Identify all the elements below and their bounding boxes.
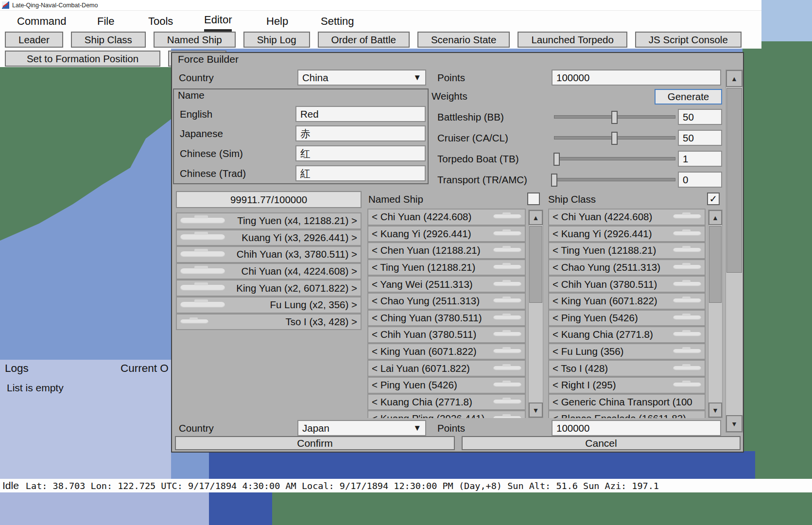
ship-class-row[interactable]: < Kuang Chia (2771.8) [548, 326, 706, 343]
fleet-row[interactable]: Chih Yuan (x3, 3780.511) > [176, 246, 362, 263]
leader-button[interactable]: Leader [5, 32, 63, 48]
transport-weight-input[interactable] [678, 172, 722, 188]
fleet-row[interactable]: Chi Yuan (x4, 4224.608) > [176, 263, 362, 280]
country-dropdown-bottom[interactable]: Japan ▼ [297, 420, 426, 436]
named-ship-row[interactable]: < Ting Yuen (12188.21) [367, 259, 526, 276]
logs-label: Logs [5, 362, 29, 375]
ship-class-row[interactable]: < Fu Lung (356) [548, 343, 706, 360]
menu-item-command[interactable]: Command [17, 11, 66, 32]
scroll-thumb[interactable] [726, 88, 742, 273]
named-ship-row[interactable]: < Lai Yuan (6071.822) [367, 360, 526, 377]
title-bar[interactable]: Late-Qing-Naval-Combat-Demo [0, 0, 761, 11]
ship-silhouette-icon [180, 319, 208, 324]
chevron-down-icon: ▼ [413, 73, 421, 83]
cancel-button[interactable]: Cancel [462, 436, 741, 450]
launched-torpedo-button[interactable]: Launched Torpedo [518, 32, 627, 48]
ship-class-row[interactable]: < Tso I (428) [548, 360, 706, 377]
transport-slider[interactable] [554, 178, 675, 181]
battleship-weight-input[interactable] [678, 109, 722, 125]
slider-handle[interactable] [553, 153, 560, 166]
named-ship-row[interactable]: < Chi Yuan (4224.608) [367, 209, 526, 226]
slider-handle[interactable] [551, 174, 557, 187]
scenario-state-button[interactable]: Scenario State [417, 32, 510, 48]
scroll-up-icon[interactable]: ▲ [726, 70, 743, 87]
generate-button[interactable]: Generate [655, 89, 722, 105]
named-ship-row[interactable]: < Kuang Chia (2771.8) [367, 394, 526, 411]
menu-item-tools[interactable]: Tools [148, 11, 173, 32]
ship-silhouette-icon [180, 218, 225, 224]
points-label-bottom: Points [437, 420, 465, 436]
transport-label: Transport (TR/AMC) [437, 172, 527, 188]
ship-class-row[interactable]: < Generic China Transport (100 [548, 394, 706, 411]
budget-display: 99911.77/100000 [176, 191, 362, 208]
dialog-scrollbar[interactable]: ▲ ▼ [726, 70, 743, 433]
named-ship-row[interactable]: < Chih Yuan (3780.511) [367, 326, 526, 343]
named-ship-row[interactable]: < Ping Yuen (5426) [367, 377, 526, 394]
set-to-formation-position-button[interactable]: Set to Formation Position [5, 51, 160, 67]
slider-handle[interactable] [611, 111, 618, 124]
scroll-down-icon[interactable]: ▼ [708, 402, 722, 418]
ship-class-button[interactable]: Ship Class [71, 32, 146, 48]
battleship-slider-row: Battleship (BB) [172, 109, 724, 125]
scroll-up-icon[interactable]: ▲ [708, 210, 722, 225]
ship-class-scrollbar[interactable]: ▲ ▼ [708, 210, 723, 418]
logs-panel: Logs Current O List is empty [0, 360, 171, 479]
named-ship-scrollbar[interactable]: ▲ ▼ [528, 210, 543, 418]
named-ship-row[interactable]: < Chen Yuan (12188.21) [367, 242, 526, 259]
ship-class-row[interactable]: < Ting Yuen (12188.21) [548, 242, 706, 259]
force-builder-dialog: Force Builder Country China ▼ Points Nam… [171, 52, 744, 453]
ship-class-checkbox[interactable]: ✓ [707, 192, 720, 205]
scroll-down-icon[interactable]: ▼ [529, 402, 543, 418]
fleet-row[interactable]: King Yuan (x2, 6071.822) > [176, 280, 362, 297]
cruiser-slider[interactable] [554, 136, 675, 140]
scroll-thumb[interactable] [709, 226, 722, 303]
slider-handle[interactable] [611, 132, 618, 145]
fleet-row[interactable]: Ting Yuen (x4, 12188.21) > [176, 212, 362, 229]
points-input-bottom[interactable] [552, 420, 721, 436]
window-title: Late-Qing-Naval-Combat-Demo [12, 2, 98, 9]
ship-silhouette-icon [673, 315, 701, 320]
scroll-down-icon[interactable]: ▼ [726, 415, 743, 432]
ship-class-row[interactable]: < Chih Yuan (3780.511) [548, 276, 706, 293]
battleship-label: Battleship (BB) [437, 109, 504, 125]
ship-class-row[interactable]: < Ping Yuen (5426) [548, 310, 706, 327]
named-ship-row[interactable]: < Kuang Yi (2926.441) [367, 226, 526, 243]
named-ship-row[interactable]: < King Yuan (6071.822) [367, 343, 526, 360]
menu-item-file[interactable]: File [97, 11, 114, 32]
fleet-row[interactable]: Fu Lung (x2, 356) > [176, 297, 362, 314]
js-script-console-button[interactable]: JS Script Console [635, 32, 742, 48]
ship-silhouette-icon [493, 248, 521, 253]
ship-class-row[interactable]: < King Yuan (6071.822) [548, 293, 706, 310]
ship-class-row[interactable]: < Kuang Yi (2926.441) [548, 226, 706, 243]
order-of-battle-button[interactable]: Order of Battle [318, 32, 410, 48]
named-ship-checkbox[interactable] [527, 192, 540, 205]
named-ship-button[interactable]: Named Ship [154, 32, 236, 48]
ship-class-row[interactable]: < Chao Yung (2511.313) [548, 259, 706, 276]
points-input[interactable] [552, 70, 721, 86]
battleship-slider[interactable] [554, 115, 675, 119]
torpedo-boat-label: Torpedo Boat (TB) [437, 151, 519, 167]
named-ship-row[interactable]: < Yang Wei (2511.313) [367, 276, 526, 293]
torpedo-boat-slider[interactable] [554, 157, 675, 160]
ship-silhouette-icon [493, 383, 521, 387]
scroll-thumb[interactable] [529, 226, 542, 303]
ship-silhouette-icon [493, 366, 521, 371]
torpedo-boat-weight-input[interactable] [678, 151, 722, 167]
confirm-button[interactable]: Confirm [175, 436, 455, 450]
fleet-row[interactable]: Kuang Yi (x3, 2926.441) > [176, 229, 362, 246]
ship-silhouette-icon [493, 332, 521, 337]
country-dropdown[interactable]: China ▼ [297, 70, 426, 86]
dialog-title[interactable]: Force Builder [178, 53, 239, 65]
scroll-up-icon[interactable]: ▲ [529, 210, 543, 225]
fleet-row[interactable]: Tso I (x3, 428) > [176, 314, 362, 331]
ship-class-row[interactable]: < Right I (295) [548, 377, 706, 394]
named-ship-row[interactable]: < Ching Yuan (3780.511) [367, 310, 526, 327]
ship-class-row[interactable]: < Chi Yuan (4224.608) [548, 209, 706, 226]
menu-item-editor[interactable]: Editor [204, 11, 232, 32]
ship-log-button[interactable]: Ship Log [243, 32, 310, 48]
menu-item-help[interactable]: Help [266, 11, 288, 32]
cruiser-weight-input[interactable] [678, 130, 722, 146]
ship-silhouette-icon [673, 383, 701, 387]
menu-item-setting[interactable]: Setting [321, 11, 354, 32]
named-ship-row[interactable]: < Chao Yung (2511.313) [367, 293, 526, 310]
